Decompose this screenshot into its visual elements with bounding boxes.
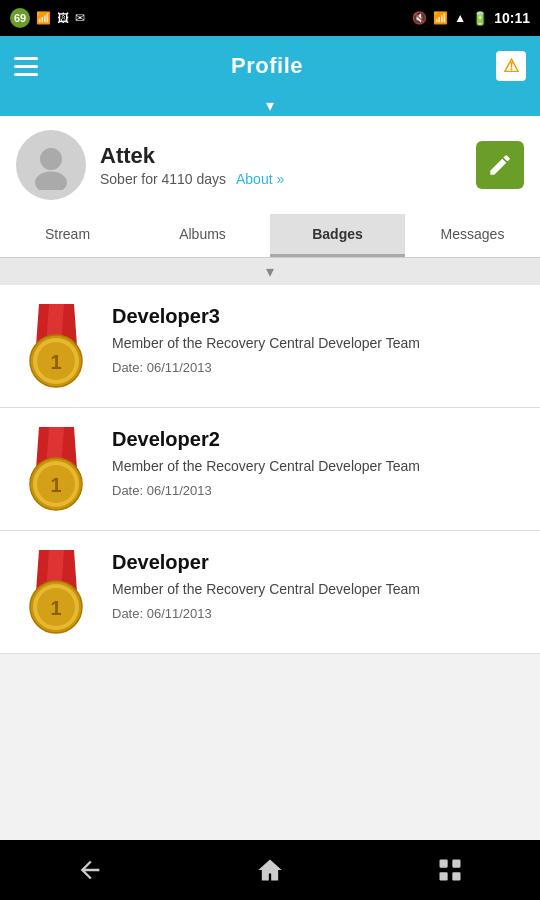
top-bar: Profile ⚠	[0, 36, 540, 96]
badge-description: Member of the Recovery Central Developer…	[112, 334, 524, 354]
svg-point-1	[35, 172, 67, 191]
medal-icon: 1	[16, 547, 96, 637]
bottom-nav	[0, 840, 540, 900]
status-icons-right: 🔇 📶 ▲ 🔋 10:11	[412, 10, 530, 26]
recents-button[interactable]	[420, 850, 480, 890]
alert-button[interactable]: ⚠	[496, 51, 526, 81]
status-icons-left: 69 📶 🖼 ✉	[10, 8, 85, 28]
badge-title: Developer	[112, 551, 524, 574]
sub-dropdown[interactable]: ▾	[0, 258, 540, 285]
svg-rect-28	[440, 872, 448, 880]
tab-albums[interactable]: Albums	[135, 214, 270, 257]
profile-section: Attek Sober for 4110 days About »	[0, 116, 540, 214]
badge-date: Date: 06/11/2013	[112, 360, 524, 375]
badge-description: Member of the Recovery Central Developer…	[112, 580, 524, 600]
tab-badges[interactable]: Badges	[270, 214, 405, 257]
svg-rect-29	[452, 872, 460, 880]
badge-title: Developer2	[112, 428, 524, 451]
badge-date: Date: 06/11/2013	[112, 483, 524, 498]
status-time: 10:11	[494, 10, 530, 26]
badges-list: 1 Developer3 Member of the Recovery Cent…	[0, 285, 540, 840]
avatar	[16, 130, 86, 200]
medal-icon: 1	[16, 424, 96, 514]
battery-icon: 🔋	[472, 11, 488, 26]
signal-icon: ▲	[454, 11, 466, 25]
dropdown-indicator[interactable]: ▾	[0, 96, 540, 116]
table-row: 1 Developer2 Member of the Recovery Cent…	[0, 408, 540, 531]
profile-info: Attek Sober for 4110 days About »	[100, 143, 476, 187]
about-link[interactable]: About »	[236, 171, 284, 187]
badge-description: Member of the Recovery Central Developer…	[112, 457, 524, 477]
badge-content: Developer2 Member of the Recovery Centra…	[112, 424, 524, 498]
medal-icon: 1	[16, 301, 96, 391]
svg-text:1: 1	[50, 351, 61, 373]
profile-status: Sober for 4110 days About »	[100, 171, 476, 187]
tabs: Stream Albums Badges Messages	[0, 214, 540, 258]
profile-name: Attek	[100, 143, 476, 169]
svg-text:1: 1	[50, 597, 61, 619]
photo-icon: 🖼	[57, 11, 69, 25]
mute-icon: 🔇	[412, 11, 427, 25]
battery-circle-icon: 69	[10, 8, 30, 28]
badge-title: Developer3	[112, 305, 524, 328]
svg-rect-26	[440, 860, 448, 868]
tab-messages[interactable]: Messages	[405, 214, 540, 257]
mail-icon: ✉	[75, 11, 85, 25]
badge-content: Developer3 Member of the Recovery Centra…	[112, 301, 524, 375]
status-bar: 69 📶 🖼 ✉ 🔇 📶 ▲ 🔋 10:11	[0, 0, 540, 36]
table-row: 1 Developer Member of the Recovery Centr…	[0, 531, 540, 654]
svg-text:1: 1	[50, 474, 61, 496]
tab-stream[interactable]: Stream	[0, 214, 135, 257]
badge-date: Date: 06/11/2013	[112, 606, 524, 621]
badge-content: Developer Member of the Recovery Central…	[112, 547, 524, 621]
back-button[interactable]	[60, 850, 120, 890]
home-button[interactable]	[240, 850, 300, 890]
edit-profile-button[interactable]	[476, 141, 524, 189]
wifi-icon: 📶	[433, 11, 448, 25]
sub-chevron-down-icon: ▾	[266, 262, 274, 281]
menu-button[interactable]	[14, 57, 38, 76]
page-title: Profile	[231, 53, 303, 79]
svg-rect-27	[452, 860, 460, 868]
table-row: 1 Developer3 Member of the Recovery Cent…	[0, 285, 540, 408]
svg-point-0	[40, 148, 62, 170]
chevron-down-icon: ▾	[266, 98, 274, 114]
sim-icon: 📶	[36, 11, 51, 25]
